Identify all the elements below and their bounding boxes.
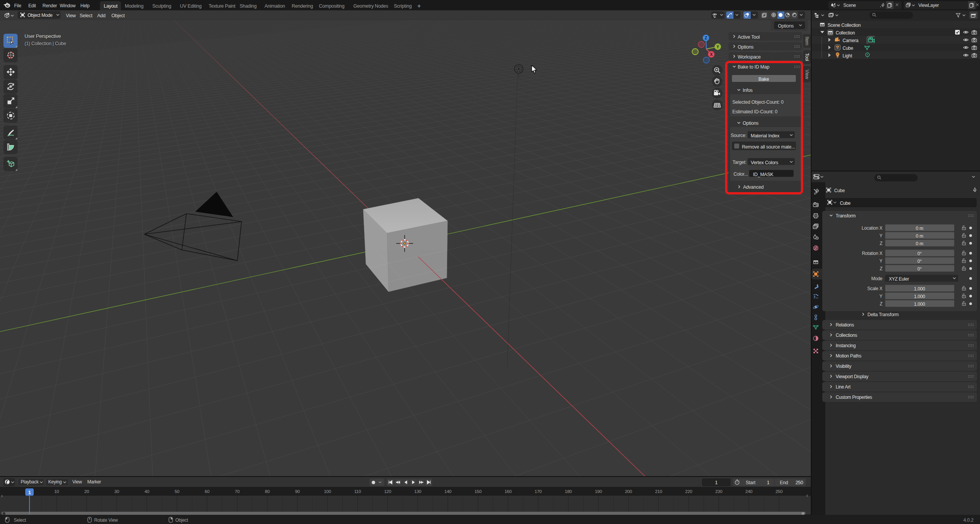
svg-text:180: 180 bbox=[565, 489, 572, 494]
svg-text:50: 50 bbox=[175, 489, 179, 494]
svg-text:X: X bbox=[710, 52, 713, 57]
svg-text:Y: Y bbox=[717, 45, 719, 49]
svg-text:130: 130 bbox=[414, 489, 421, 494]
svg-text:Item: Item bbox=[804, 37, 810, 46]
svg-text:230: 230 bbox=[715, 489, 722, 494]
svg-text:210: 210 bbox=[655, 489, 662, 494]
svg-text:220: 220 bbox=[685, 489, 692, 494]
svg-text:30: 30 bbox=[114, 489, 119, 494]
svg-text:View: View bbox=[804, 70, 810, 79]
svg-text:120: 120 bbox=[384, 489, 391, 494]
svg-text:140: 140 bbox=[444, 489, 451, 494]
svg-text:10: 10 bbox=[54, 489, 59, 494]
svg-text:100: 100 bbox=[324, 489, 331, 494]
svg-text:70: 70 bbox=[235, 489, 239, 494]
svg-text:20: 20 bbox=[84, 489, 89, 494]
svg-text:110: 110 bbox=[354, 489, 361, 494]
svg-text:40: 40 bbox=[145, 489, 149, 494]
svg-text:200: 200 bbox=[625, 489, 632, 494]
svg-text:Tool: Tool bbox=[804, 53, 810, 61]
svg-text:Z: Z bbox=[705, 36, 707, 40]
svg-text:60: 60 bbox=[205, 489, 209, 494]
svg-text:170: 170 bbox=[535, 489, 542, 494]
svg-text:150: 150 bbox=[474, 489, 481, 494]
svg-text:190: 190 bbox=[595, 489, 602, 494]
svg-text:90: 90 bbox=[295, 489, 300, 494]
svg-text:80: 80 bbox=[265, 489, 270, 494]
svg-text:250: 250 bbox=[776, 489, 782, 494]
svg-text:160: 160 bbox=[505, 489, 511, 494]
svg-text:240: 240 bbox=[745, 489, 752, 494]
